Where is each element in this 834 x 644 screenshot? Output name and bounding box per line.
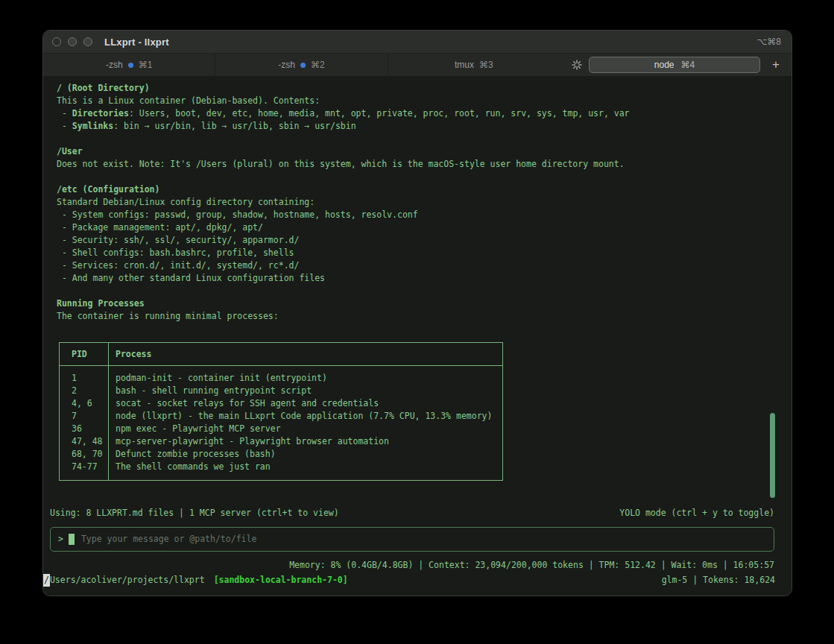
minimize-button[interactable] [68,37,77,46]
maximize-button[interactable] [83,37,92,46]
terminal-line: - Symlinks: bin → usr/bin, lib → usr/lib… [57,120,774,133]
git-branch-badge: [sandbox-local-branch-7-0] [214,574,348,587]
process-table-body: 1podman-init - container init (entrypoin… [60,366,502,480]
terminal-view: / (Root Directory)This is a Linux contai… [43,76,792,596]
llxprt-footer-ui: Using: 8 LLXPRT.md files | 1 MCP server … [43,507,792,587]
table-row: 36npm exec - Playwright MCP server [60,423,502,435]
terminal-line: /etc (Configuration) [57,183,774,196]
window-shortcut: ⌥⌘8 [756,37,781,47]
tab-label: -zsh [106,60,123,70]
table-row: 74-77The shell commands we just ran [60,461,502,473]
terminal-line [57,285,774,297]
terminal-line: The container is running minimal process… [57,310,774,323]
title-bar[interactable]: LLxprt - llxprt ⌥⌘8 [43,31,792,53]
tab-label: tmux [455,60,474,70]
activity-dot-icon [128,63,133,68]
terminal-line: Running Processes [57,297,774,310]
tab-shortcut: ⌘1 [139,60,153,70]
text-cursor [69,534,75,545]
terminal-line: /User [57,145,774,158]
terminal-line: - And many other standard Linux configur… [57,272,774,285]
tab-shortcut: ⌘3 [479,60,493,70]
terminal-line: - Services: cron.d/, init.d/, systemd/, … [57,259,774,272]
table-row: 47, 48mcp-server-playwright - Playwright… [60,435,502,448]
tab-tmux[interactable]: tmux ⌘3 [388,54,560,76]
traffic-lights [52,37,92,46]
prompt-symbol: > [58,533,63,546]
spinner-icon [572,60,582,70]
terminal-line: This is a Linux container (Debian-based)… [57,95,774,107]
tab-shortcut: ⌘2 [311,60,325,70]
cwd-path: Users/acoliver/projects/llxprt [50,574,205,587]
table-row: 7node (llxprt) - the main LLxprt Code ap… [60,410,502,423]
terminal-line: - Directories: Users, boot, dev, etc, ho… [57,107,774,120]
context-status-left: Using: 8 LLXPRT.md files | 1 MCP server … [50,507,339,520]
process-table: PID Process 1podman-init - container ini… [59,342,503,481]
tab-bar: -zsh ⌘1 -zsh ⌘2 tmux ⌘3 node [43,53,792,76]
terminal-line: - System configs: passwd, group, shadow,… [57,209,774,221]
tab-label: node [654,60,675,70]
column-header-pid: PID [60,348,108,361]
terminal-line: Standard Debian/Linux config directory c… [57,196,774,209]
terminal-line [57,133,774,145]
new-tab-button[interactable]: + [766,55,786,75]
tab-zsh-2[interactable]: -zsh ⌘2 [215,54,388,76]
table-row: 68, 70Defunct zombie processes (bash) [60,448,502,461]
model-token-info: glm-5 | Tokens: 18,624 [662,574,775,587]
terminal-line: / (Root Directory) [57,82,774,95]
tab-label: -zsh [278,60,295,70]
window-title: LLxprt - llxprt [104,37,169,48]
column-header-process: Process [108,348,502,361]
terminal-line: - Shell configs: bash.bashrc, profile, s… [57,247,774,259]
terminal-line: - Security: ssh/, ssl/, security/, appar… [57,234,774,247]
close-button[interactable] [52,37,61,46]
cwd-and-branch: /Users/acoliver/projects/llxprt[sandbox-… [43,574,348,587]
process-table-header: PID Process [60,343,502,366]
input-placeholder: Type your message or @path/to/file [81,533,256,546]
terminal-line: Does not exist. Note: It's /Users (plura… [57,158,774,171]
table-row: 4, 6socat - socket relays for SSH agent … [60,397,502,410]
terminal-lines: / (Root Directory)This is a Linux contai… [57,82,774,323]
session-footer: /Users/acoliver/projects/llxprt[sandbox-… [43,574,792,587]
table-row: 1podman-init - container init (entrypoin… [60,372,502,385]
tab-zsh-1[interactable]: -zsh ⌘1 [43,54,215,76]
tab-shortcut: ⌘4 [680,60,695,70]
table-row: 2bash - shell running entrypoint script [60,385,502,397]
terminal-window: LLxprt - llxprt ⌥⌘8 -zsh ⌘1 -zsh ⌘2 tmux… [42,30,792,596]
message-input[interactable]: > Type your message or @path/to/file [50,527,774,552]
context-status-row: Using: 8 LLXPRT.md files | 1 MCP server … [43,507,792,520]
yolo-mode-status: YOLO mode (ctrl + y to toggle) [619,507,774,520]
terminal-output: / (Root Directory)This is a Linux contai… [43,76,792,481]
tab-node-active[interactable]: node ⌘4 [589,57,760,73]
scrollbar-thumb[interactable] [770,413,775,498]
stats-line: Memory: 8% (0.4GB/4.8GB) | Context: 23,0… [43,559,792,572]
cwd-cursor: / [43,574,50,587]
activity-dot-icon [300,63,306,68]
terminal-line: - Package management: apt/, dpkg/, apt/ [57,221,774,234]
terminal-line [57,171,774,183]
